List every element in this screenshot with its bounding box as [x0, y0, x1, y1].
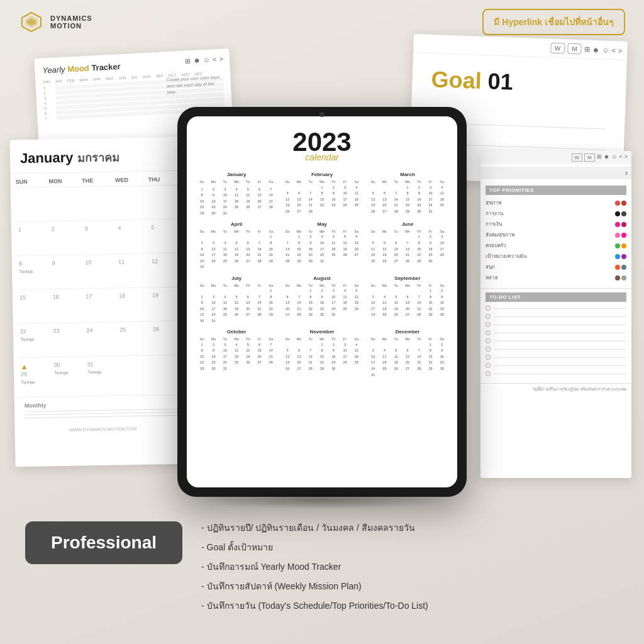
daily-planner-page: W M ⊞☻☺<> 3 TOP PRIORITIES สุขภาพ การงาน…	[480, 151, 631, 478]
priority-item: สุขภาพ	[486, 199, 626, 207]
tablet-device: 2023 calendar JanuarySuMoTuWeThFrSa12345…	[177, 107, 467, 497]
mood-note: Create your own color keys and rate each…	[166, 74, 223, 96]
features-list: - ปฏิทินรายปี/ ปฏิทินรายเดือน / วันมงคล …	[201, 521, 619, 619]
jan-footer: Monthly	[14, 394, 191, 426]
january-calendar-page: January มกราคม SUNMONTHEWEDTHU 1 2 3 4	[9, 137, 191, 467]
todo-item	[486, 306, 626, 311]
cal-month-block: NovemberSuMoTuWeThFrSa123456789101112131…	[282, 329, 362, 378]
priority-item: เป้าหมาย/ความฝัน	[486, 252, 626, 260]
tablet-shadow	[196, 491, 448, 509]
todo-item	[486, 314, 626, 319]
professional-text: Professional	[44, 533, 164, 553]
todo-item	[486, 347, 626, 352]
priority-item: การงาน	[486, 209, 626, 218]
tablet-screen: 2023 calendar JanuarySuMoTuWeThFrSa12345…	[187, 116, 457, 487]
priority-item: สนุก	[486, 263, 626, 271]
todo-section: TO-DO LIST	[480, 289, 631, 383]
jan-days-grid: 1 2 3 4 5 8วันหยุด 9 10 11 12 15 16 17 1…	[11, 186, 191, 397]
cal-month-block: OctoberSuMoTuWeThFrSa1234567891011121314…	[196, 329, 277, 378]
priorities-section: TOP PRIORITIES สุขภาพ การงาน การเงิน สัง…	[480, 182, 631, 289]
priority-item: หลาย	[486, 274, 626, 282]
cal-month-block: AprilSuMoTuWeThFrSa123456789101112131415…	[196, 221, 277, 270]
todo-item	[486, 330, 626, 335]
cal-month-block: SeptemberSuMoTuWeThFrSa12345678910111213…	[367, 275, 448, 325]
daily-footer-note: วันนี้มีกายที่ในการเรียนรู้ใหม่ หรือเดิน…	[480, 383, 631, 395]
todo-item	[486, 338, 626, 343]
todo-item	[486, 355, 626, 360]
cal-month-block: JuneSuMoTuWeThFrSa1234567891011121314151…	[367, 221, 448, 270]
cal-month-block: FebruarySuMoTuWeThFrSa123456789101112131…	[282, 172, 362, 216]
feature-item: - ปฏิทินรายปี/ ปฏิทินรายเดือน / วันมงคล …	[201, 521, 619, 535]
feature-item: - บันทึกรายสัปดาห์ (Weekly Mission Plan)	[201, 580, 619, 593]
priority-item: ครอบครัว	[486, 242, 626, 250]
priorities-title: TOP PRIORITIES	[486, 186, 626, 195]
tablet-camera	[319, 112, 325, 117]
brand-logo-icon	[19, 9, 44, 35]
main-container: DYNAMICS MOTION มี Hyperlink เชื่อมไปที่…	[0, 0, 644, 644]
logo-area: DYNAMICS MOTION	[19, 9, 92, 35]
top-bar: DYNAMICS MOTION มี Hyperlink เชื่อมไปที่…	[0, 0, 644, 44]
todo-title: TO-DO LIST	[486, 292, 626, 302]
calendar-2023-page: 2023 calendar JanuarySuMoTuWeThFrSa12345…	[187, 116, 457, 487]
cal-month-block: DecemberSuMoTuWeThFrSa123456789101112131…	[367, 329, 448, 378]
cal-month-block: JanuarySuMoTuWeThFrSa1234567891011121314…	[196, 172, 277, 216]
todo-item	[486, 363, 626, 368]
professional-badge: Professional	[25, 521, 182, 564]
bottom-section: Professional - ปฏิทินรายปี/ ปฏิทินรายเดื…	[0, 521, 644, 619]
cal-months-grid: JanuarySuMoTuWeThFrSa1234567891011121314…	[196, 172, 448, 378]
feature-item: - บันทึกรายวัน (Today's Schedule/Top Pri…	[201, 599, 619, 613]
priority-item: การเงิน	[486, 220, 626, 228]
cal-month-block: MaySuMoTuWeThFrSa12345678910111213141516…	[282, 221, 362, 270]
jan-header: January มกราคม	[9, 137, 186, 174]
priority-item: สังคม/สุขภาพ	[486, 231, 626, 239]
tablet-container: 2023 calendar JanuarySuMoTuWeThFrSa12345…	[177, 107, 467, 497]
daily-toolbar: W M ⊞☻☺<>	[480, 151, 631, 164]
cal-month-block: AugustSuMoTuWeThFrSa12345678910111213141…	[282, 275, 362, 325]
hyperlink-badge: มี Hyperlink เชื่อมไปที่หน้าอื่นๆ	[482, 9, 625, 35]
cal-month-block: MarchSuMoTuWeThFrSa123456789101112131415…	[367, 172, 448, 216]
todo-item	[486, 371, 626, 376]
cal-month-block: JulySuMoTuWeThFrSa1234567891011121314151…	[196, 275, 277, 325]
todo-item	[486, 322, 626, 327]
brand-name: DYNAMICS MOTION	[50, 14, 92, 30]
feature-item: - Goal ตั้งเป้าหมาย	[201, 541, 619, 554]
feature-item: - บันทึกอารมณ์ Yearly Mood Tracker	[201, 560, 619, 574]
cal-year-title: 2023 calendar	[196, 129, 448, 162]
goal-title: Goal 01	[412, 53, 627, 103]
